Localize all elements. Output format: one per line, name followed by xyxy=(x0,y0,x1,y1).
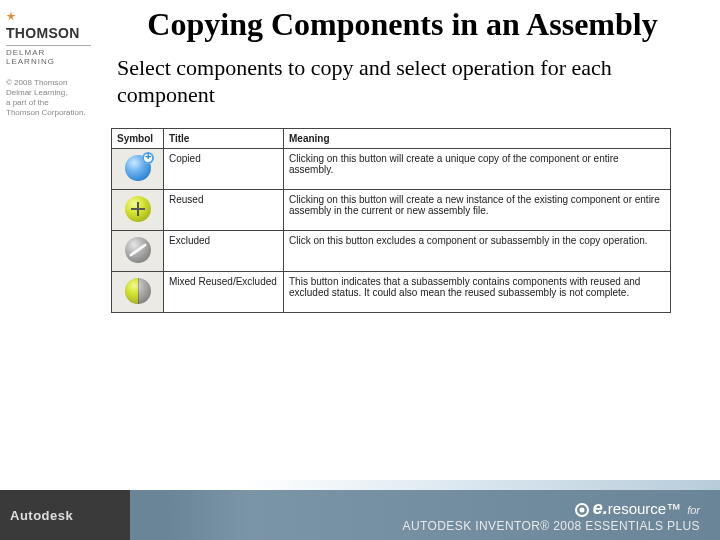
product-block: e.resource™for AUTODESK INVENTOR® 2008 E… xyxy=(130,490,720,540)
col-header-meaning: Meaning xyxy=(284,129,671,149)
copied-icon xyxy=(125,155,151,181)
footer-bar: Autodesk e.resource™for AUTODESK INVENTO… xyxy=(0,490,720,540)
table-row: Reused Clicking on this button will crea… xyxy=(112,190,671,231)
title-cell: Mixed Reused/Excluded xyxy=(164,272,284,313)
brand-name: THOMSON xyxy=(6,25,80,41)
title-cell: Copied xyxy=(164,149,284,190)
footer-edge xyxy=(0,480,720,490)
eresource-logo: e.resource™for xyxy=(575,498,700,519)
star-icon xyxy=(6,11,16,21)
excluded-icon xyxy=(125,237,151,263)
title-cell: Reused xyxy=(164,190,284,231)
product-line: AUTODESK INVENTOR® 2008 ESSENTIALS PLUS xyxy=(403,519,700,533)
autodesk-logo: Autodesk xyxy=(0,490,130,540)
brand-sidebar: THOMSON DELMAR LEARNING © 2008 Thomson D… xyxy=(0,0,95,480)
symbol-cell xyxy=(112,231,164,272)
eresource-for: for xyxy=(687,504,700,516)
table-row: Mixed Reused/Excluded This button indica… xyxy=(112,272,671,313)
table-header-row: Symbol Title Meaning xyxy=(112,129,671,149)
copyright-line: Thomson Corporation. xyxy=(6,108,91,118)
brand-subline: DELMAR LEARNING xyxy=(6,48,91,66)
meaning-cell: Clicking on this button will create a ne… xyxy=(284,190,671,231)
copyright-line: Delmar Learning, xyxy=(6,88,91,98)
meaning-cell: Clicking on this button will create a un… xyxy=(284,149,671,190)
mixed-icon xyxy=(125,278,151,304)
symbol-cell xyxy=(112,149,164,190)
eresource-prefix: e. xyxy=(593,498,608,518)
svg-marker-0 xyxy=(7,11,16,20)
table-row: Copied Clicking on this button will crea… xyxy=(112,149,671,190)
meaning-cell: This button indicates that a subassembly… xyxy=(284,272,671,313)
target-icon xyxy=(575,503,589,517)
symbol-cell xyxy=(112,272,164,313)
meaning-cell: Click on this button excludes a componen… xyxy=(284,231,671,272)
copyright-text: © 2008 Thomson Delmar Learning, a part o… xyxy=(0,70,95,118)
eresource-word: resource xyxy=(608,500,666,517)
table-row: Excluded Click on this button excludes a… xyxy=(112,231,671,272)
main-content: Copying Components in an Assembly Select… xyxy=(95,0,720,480)
eresource-tm: ™ xyxy=(666,500,681,517)
brand-divider xyxy=(6,45,91,46)
col-header-symbol: Symbol xyxy=(112,129,164,149)
symbols-table: Symbol Title Meaning Copied Clicking on … xyxy=(111,128,671,313)
copyright-line: a part of the xyxy=(6,98,91,108)
col-header-title: Title xyxy=(164,129,284,149)
copyright-line: © 2008 Thomson xyxy=(6,78,91,88)
symbol-cell xyxy=(112,190,164,231)
title-cell: Excluded xyxy=(164,231,284,272)
footer-strip: Autodesk e.resource™for AUTODESK INVENTO… xyxy=(0,480,720,540)
page-subtitle: Select components to copy and select ope… xyxy=(103,55,702,109)
thomson-logo: THOMSON DELMAR LEARNING xyxy=(0,0,95,70)
reused-icon xyxy=(125,196,151,222)
page-title: Copying Components in an Assembly xyxy=(103,6,702,43)
